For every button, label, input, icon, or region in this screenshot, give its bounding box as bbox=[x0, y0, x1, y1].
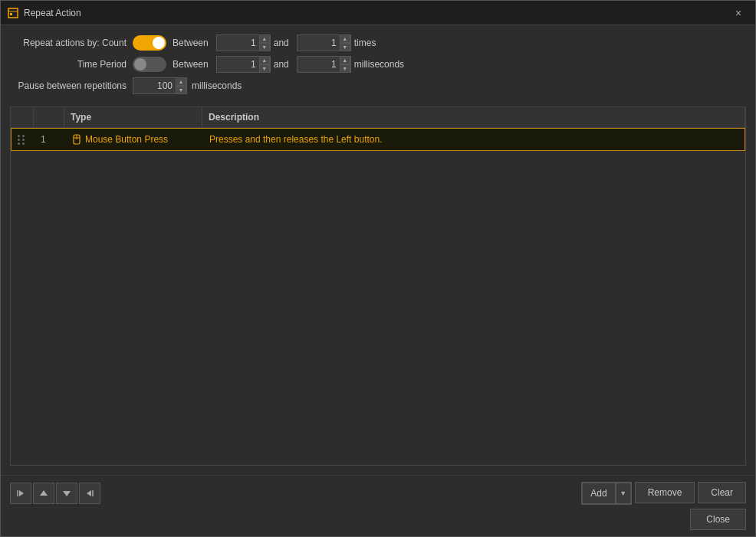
toggle-knob bbox=[153, 37, 165, 49]
count-to-spinners: ▲ ▼ bbox=[340, 34, 350, 51]
window-title: Repeat Action bbox=[24, 8, 728, 18]
count-row: Repeat actions by: Count Between ▲ ▼ and bbox=[10, 34, 746, 51]
time-between-group: Between ▲ ▼ and ▲ ▼ bbox=[173, 56, 409, 73]
pause-spinners: ▲ ▼ bbox=[176, 77, 186, 94]
times-label: times bbox=[354, 38, 376, 48]
table-body: 1 Mouse Button Press Presses and then re… bbox=[11, 128, 745, 465]
between-label-2: Between bbox=[173, 59, 209, 70]
time-to-field[interactable] bbox=[297, 57, 340, 72]
remove-button[interactable]: Remove bbox=[635, 482, 695, 503]
svg-marker-12 bbox=[87, 490, 91, 496]
time-to-spinners: ▲ ▼ bbox=[340, 56, 350, 73]
move-down-button[interactable] bbox=[56, 483, 77, 504]
count-to-input[interactable]: ▲ ▼ bbox=[297, 34, 351, 51]
add-button-group: Add ▼ bbox=[581, 482, 631, 505]
svg-marker-9 bbox=[40, 490, 48, 496]
count-to-field[interactable] bbox=[297, 35, 340, 51]
svg-rect-0 bbox=[8, 8, 18, 18]
col-header-desc: Description bbox=[202, 107, 745, 127]
form-section: Repeat actions by: Count Between ▲ ▼ and bbox=[10, 34, 746, 100]
time-period-row: Time Period Between ▲ ▼ and bbox=[10, 56, 746, 73]
clear-button[interactable]: Clear bbox=[698, 482, 746, 503]
close-button[interactable]: Close bbox=[690, 509, 746, 530]
move-up-button[interactable] bbox=[33, 483, 54, 504]
and-label-2: and bbox=[274, 59, 289, 70]
time-period-toggle-knob bbox=[134, 58, 146, 70]
move-up-icon bbox=[39, 489, 48, 498]
first-icon bbox=[16, 489, 25, 498]
drag-handle[interactable] bbox=[12, 132, 35, 148]
last-icon bbox=[85, 489, 94, 498]
window-icon bbox=[7, 7, 19, 19]
action-buttons: Add ▼ Remove Clear bbox=[581, 482, 746, 505]
table-row[interactable]: 1 Mouse Button Press Presses and then re… bbox=[11, 128, 745, 151]
add-button[interactable]: Add bbox=[582, 483, 615, 504]
content-area: Repeat actions by: Count Between ▲ ▼ and bbox=[1, 25, 755, 475]
footer: Add ▼ Remove Clear Close bbox=[1, 475, 755, 536]
nav-buttons bbox=[10, 483, 100, 504]
col-header-num bbox=[34, 107, 64, 127]
pause-field[interactable] bbox=[133, 78, 176, 93]
drag-dots-icon bbox=[18, 135, 25, 145]
pause-up[interactable]: ▲ bbox=[176, 77, 186, 86]
count-from-spinners: ▲ ▼ bbox=[259, 34, 270, 51]
row-number: 1 bbox=[35, 131, 65, 148]
count-label: Repeat actions by: Count bbox=[10, 38, 133, 48]
time-from-up[interactable]: ▲ bbox=[259, 56, 270, 64]
time-to-up[interactable]: ▲ bbox=[340, 56, 350, 64]
pause-label: Pause between repetitions bbox=[10, 80, 133, 91]
time-from-field[interactable] bbox=[217, 57, 259, 72]
pause-row: Pause between repetitions ▲ ▼ millisecon… bbox=[10, 77, 746, 94]
count-to-down[interactable]: ▼ bbox=[340, 43, 350, 51]
time-from-spinners: ▲ ▼ bbox=[259, 56, 270, 73]
count-from-up[interactable]: ▲ bbox=[259, 34, 270, 43]
time-from-input[interactable]: ▲ ▼ bbox=[216, 56, 271, 73]
count-toggle[interactable] bbox=[133, 35, 166, 51]
between-label-1: Between bbox=[173, 38, 209, 48]
pause-input[interactable]: ▲ ▼ bbox=[133, 77, 187, 94]
svg-rect-2 bbox=[10, 13, 12, 15]
row-type: Mouse Button Press bbox=[65, 131, 203, 149]
row-description: Presses and then releases the Left butto… bbox=[203, 131, 744, 148]
and-label-1: and bbox=[274, 38, 289, 48]
pause-down[interactable]: ▼ bbox=[176, 86, 186, 94]
time-to-down[interactable]: ▼ bbox=[340, 64, 350, 73]
col-header-drag bbox=[11, 107, 34, 127]
count-between-group: Between ▲ ▼ and ▲ ▼ bbox=[173, 34, 380, 51]
footer-bottom: Close bbox=[10, 509, 746, 530]
add-dropdown-button[interactable]: ▼ bbox=[616, 483, 631, 504]
actions-table: Type Description 1 bbox=[10, 106, 746, 466]
table-header: Type Description bbox=[11, 107, 745, 128]
last-button[interactable] bbox=[79, 483, 100, 504]
milliseconds-label: milliseconds bbox=[354, 59, 404, 70]
move-down-icon bbox=[62, 489, 71, 498]
title-bar: Repeat Action × bbox=[1, 1, 755, 25]
repeat-action-window: Repeat Action × Repeat actions by: Count… bbox=[0, 0, 756, 537]
svg-marker-7 bbox=[19, 490, 24, 496]
count-from-field[interactable] bbox=[217, 35, 259, 51]
count-to-up[interactable]: ▲ bbox=[340, 34, 350, 43]
svg-marker-10 bbox=[63, 491, 71, 496]
footer-top: Add ▼ Remove Clear bbox=[10, 482, 746, 505]
time-period-label: Time Period bbox=[10, 59, 133, 70]
mouse-button-icon bbox=[71, 134, 82, 145]
time-from-down[interactable]: ▼ bbox=[259, 64, 270, 73]
time-period-toggle[interactable] bbox=[133, 57, 166, 72]
close-button[interactable]: × bbox=[728, 2, 749, 24]
count-from-input[interactable]: ▲ ▼ bbox=[216, 34, 271, 51]
first-button[interactable] bbox=[10, 483, 31, 504]
count-from-down[interactable]: ▼ bbox=[259, 43, 270, 51]
col-header-type: Type bbox=[64, 107, 202, 127]
pause-milliseconds-label: milliseconds bbox=[192, 80, 242, 91]
time-to-input[interactable]: ▲ ▼ bbox=[297, 56, 351, 73]
